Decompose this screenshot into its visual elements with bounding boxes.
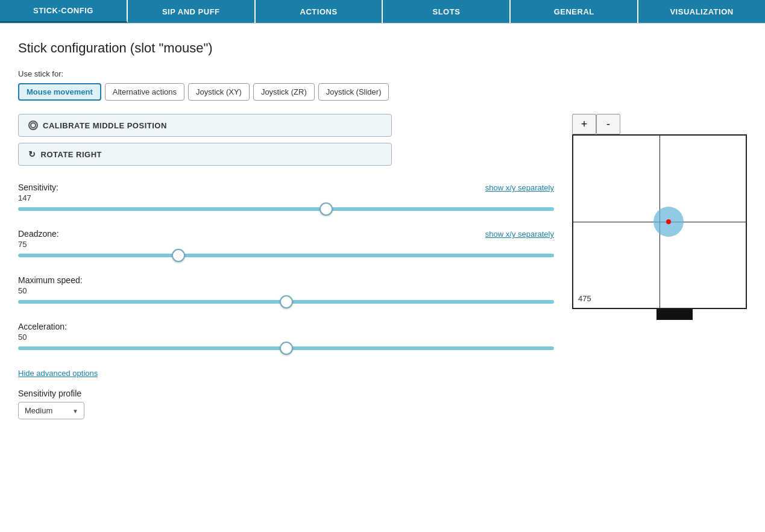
controls-wrap: Sensitivity: show x/y separately 147 Dea… (18, 183, 554, 355)
max-speed-slider[interactable] (18, 300, 554, 304)
acceleration-value: 50 (18, 333, 554, 342)
use-stick-label: Use stick for: (18, 69, 747, 78)
max-speed-value: 50 (18, 286, 554, 295)
joystick-cursor (653, 207, 684, 237)
joystick-panel: + - 475 (572, 114, 747, 320)
mode-joystick-xy[interactable]: Joystick (XY) (188, 83, 250, 101)
joystick-minus-button[interactable]: - (596, 114, 620, 134)
sensitivity-slider-container (18, 202, 554, 216)
rotate-label: ROTATE RIGHT (41, 150, 102, 159)
mode-joystick-zr[interactable]: Joystick (ZR) (253, 83, 315, 101)
sensitivity-xy-link[interactable]: show x/y separately (485, 183, 554, 192)
calibrate-label: CALIBRATE MIDDLE POSITION (43, 121, 167, 130)
tab-sip-and-puff[interactable]: SIP AND PUFF (128, 0, 256, 23)
mode-mouse-movement[interactable]: Mouse movement (18, 83, 101, 101)
content-area: CALIBRATE MIDDLE POSITION ↻ ROTATE RIGHT… (18, 114, 747, 419)
sensitivity-profile-select[interactable]: Low Medium High Custom (18, 402, 84, 419)
deadzone-label: Deadzone: (18, 229, 59, 239)
acceleration-row: Acceleration: 50 (18, 322, 554, 355)
top-nav: STICK-CONFIG SIP AND PUFF ACTIONS SLOTS … (0, 0, 765, 23)
deadzone-slider[interactable] (18, 254, 554, 257)
rotate-button[interactable]: ↻ ROTATE RIGHT (18, 143, 392, 166)
sensitivity-row: Sensitivity: show x/y separately 147 (18, 183, 554, 216)
sensitivity-profile-wrapper: Low Medium High Custom (18, 402, 84, 419)
joystick-indicator (656, 309, 693, 320)
circle-icon (28, 120, 38, 130)
tab-general[interactable]: GENERAL (511, 0, 638, 23)
left-panel: CALIBRATE MIDDLE POSITION ↻ ROTATE RIGHT… (18, 114, 554, 419)
acceleration-slider[interactable] (18, 346, 554, 350)
joystick-value: 475 (578, 294, 591, 303)
page-title: Stick configuration (slot "mouse") (18, 40, 747, 56)
joystick-top-controls: + - (572, 114, 747, 134)
tab-slots[interactable]: SLOTS (383, 0, 511, 23)
main-content: Stick configuration (slot "mouse") Use s… (0, 23, 765, 437)
joystick-dot (666, 219, 671, 224)
sensitivity-profile-label: Sensitivity profile (18, 389, 554, 398)
sensitivity-value: 147 (18, 193, 554, 202)
sensitivity-slider[interactable] (18, 207, 554, 211)
tab-stick-config[interactable]: STICK-CONFIG (0, 0, 128, 23)
acceleration-slider-container (18, 342, 554, 355)
joystick-plus-button[interactable]: + (572, 114, 596, 134)
calibrate-button[interactable]: CALIBRATE MIDDLE POSITION (18, 114, 392, 137)
deadzone-value: 75 (18, 240, 554, 249)
max-speed-row: Maximum speed: 50 (18, 275, 554, 308)
hide-advanced-options-link[interactable]: Hide advanced options (18, 369, 98, 378)
acceleration-label: Acceleration: (18, 322, 67, 331)
mode-buttons: Mouse movement Alternative actions Joyst… (18, 83, 747, 101)
deadzone-row: Deadzone: show x/y separately 75 (18, 229, 554, 262)
deadzone-slider-container (18, 249, 554, 262)
sensitivity-label: Sensitivity: (18, 183, 58, 192)
mode-alternative-actions[interactable]: Alternative actions (105, 83, 184, 101)
mode-joystick-slider[interactable]: Joystick (Slider) (318, 83, 389, 101)
deadzone-xy-link[interactable]: show x/y separately (485, 230, 554, 239)
max-speed-label: Maximum speed: (18, 275, 83, 285)
tab-actions[interactable]: ACTIONS (256, 0, 383, 23)
rotate-icon: ↻ (28, 149, 36, 159)
max-speed-slider-container (18, 295, 554, 308)
joystick-visualizer: 475 (572, 134, 747, 309)
tab-visualization[interactable]: VISUALIZATION (638, 0, 765, 23)
